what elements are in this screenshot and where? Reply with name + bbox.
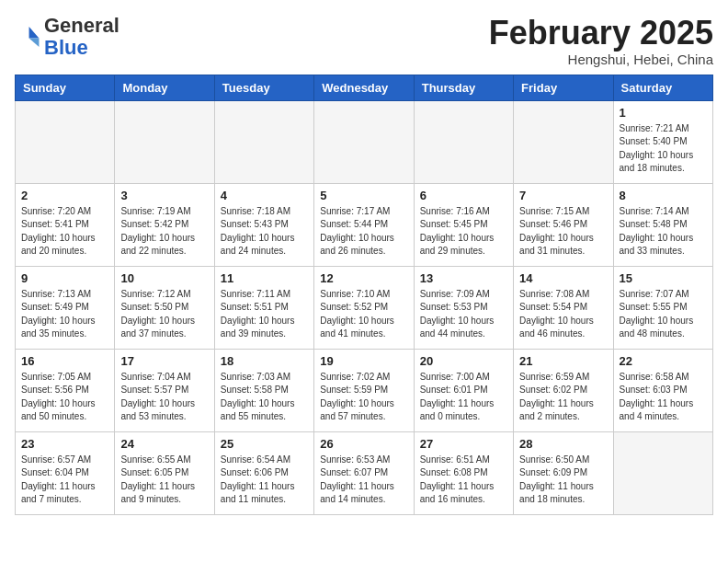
day-number: 23 — [21, 437, 108, 451]
day-number: 18 — [221, 354, 308, 368]
day-number: 17 — [120, 354, 208, 368]
calendar-cell: 16Sunrise: 7:05 AMSunset: 5:56 PMDayligh… — [16, 349, 115, 431]
calendar-cell — [115, 100, 214, 183]
header: General Blue February 2025 Hengshui, Heb… — [15, 15, 713, 67]
day-number: 11 — [221, 271, 308, 285]
calendar-cell: 4Sunrise: 7:18 AMSunset: 5:43 PMDaylight… — [214, 183, 313, 266]
logo-general: General — [44, 14, 119, 37]
calendar-cell: 2Sunrise: 7:20 AMSunset: 5:41 PMDaylight… — [16, 183, 115, 266]
day-info: Sunrise: 6:57 AMSunset: 6:04 PMDaylight:… — [21, 454, 108, 507]
week-row-3: 9Sunrise: 7:13 AMSunset: 5:49 PMDaylight… — [16, 266, 713, 349]
day-number: 12 — [320, 271, 407, 285]
weekday-header-monday: Monday — [115, 75, 214, 100]
svg-marker-0 — [29, 27, 40, 38]
day-info: Sunrise: 6:50 AMSunset: 6:09 PMDaylight:… — [519, 454, 607, 507]
day-info: Sunrise: 7:13 AMSunset: 5:49 PMDaylight:… — [21, 288, 108, 341]
calendar-cell: 22Sunrise: 6:58 AMSunset: 6:03 PMDayligh… — [613, 349, 712, 431]
calendar-cell: 10Sunrise: 7:12 AMSunset: 5:50 PMDayligh… — [115, 266, 214, 349]
logo-blue: Blue — [44, 36, 88, 59]
calendar-cell — [314, 100, 414, 183]
calendar-cell: 9Sunrise: 7:13 AMSunset: 5:49 PMDaylight… — [16, 266, 115, 349]
calendar-table: SundayMondayTuesdayWednesdayThursdayFrid… — [15, 75, 713, 515]
day-number: 2 — [21, 189, 108, 202]
day-info: Sunrise: 7:09 AMSunset: 5:53 PMDaylight:… — [420, 288, 507, 341]
week-row-1: 1Sunrise: 7:21 AMSunset: 5:40 PMDaylight… — [16, 100, 713, 183]
month-title: February 2025 — [489, 15, 713, 52]
weekday-header-row: SundayMondayTuesdayWednesdayThursdayFrid… — [16, 75, 713, 100]
calendar-cell: 7Sunrise: 7:15 AMSunset: 5:46 PMDaylight… — [514, 183, 613, 266]
calendar-cell — [613, 431, 712, 514]
calendar-cell: 26Sunrise: 6:53 AMSunset: 6:07 PMDayligh… — [314, 431, 414, 514]
day-number: 21 — [519, 354, 607, 368]
day-number: 9 — [21, 271, 108, 285]
day-number: 15 — [620, 271, 707, 285]
title-area: February 2025 Hengshui, Hebei, China — [489, 15, 713, 67]
logo-icon — [15, 24, 40, 50]
day-info: Sunrise: 7:10 AMSunset: 5:52 PMDaylight:… — [320, 288, 407, 341]
calendar-cell: 8Sunrise: 7:14 AMSunset: 5:48 PMDaylight… — [613, 183, 712, 266]
day-number: 14 — [519, 271, 607, 285]
day-info: Sunrise: 6:58 AMSunset: 6:03 PMDaylight:… — [620, 371, 707, 424]
day-number: 27 — [420, 437, 507, 451]
day-number: 13 — [420, 271, 507, 285]
calendar-cell: 14Sunrise: 7:08 AMSunset: 5:54 PMDayligh… — [514, 266, 613, 349]
day-info: Sunrise: 7:03 AMSunset: 5:58 PMDaylight:… — [221, 371, 308, 424]
day-info: Sunrise: 6:59 AMSunset: 6:02 PMDaylight:… — [519, 371, 607, 424]
week-row-4: 16Sunrise: 7:05 AMSunset: 5:56 PMDayligh… — [16, 349, 713, 431]
day-number: 1 — [620, 106, 707, 120]
logo-text: General Blue — [44, 15, 119, 59]
day-info: Sunrise: 7:18 AMSunset: 5:43 PMDaylight:… — [221, 205, 308, 259]
day-info: Sunrise: 6:51 AMSunset: 6:08 PMDaylight:… — [420, 454, 507, 507]
calendar-cell: 23Sunrise: 6:57 AMSunset: 6:04 PMDayligh… — [16, 431, 115, 514]
day-info: Sunrise: 6:53 AMSunset: 6:07 PMDaylight:… — [320, 454, 407, 507]
calendar-cell: 13Sunrise: 7:09 AMSunset: 5:53 PMDayligh… — [414, 266, 513, 349]
day-info: Sunrise: 7:16 AMSunset: 5:45 PMDaylight:… — [420, 205, 507, 259]
day-number: 28 — [519, 437, 607, 451]
weekday-header-tuesday: Tuesday — [214, 75, 313, 100]
day-number: 10 — [120, 271, 208, 285]
calendar-cell: 3Sunrise: 7:19 AMSunset: 5:42 PMDaylight… — [115, 183, 214, 266]
day-info: Sunrise: 7:07 AMSunset: 5:55 PMDaylight:… — [620, 288, 707, 341]
calendar-cell — [16, 100, 115, 183]
day-info: Sunrise: 7:12 AMSunset: 5:50 PMDaylight:… — [120, 288, 208, 341]
day-number: 7 — [519, 189, 607, 202]
calendar-cell — [514, 100, 613, 183]
day-info: Sunrise: 7:14 AMSunset: 5:48 PMDaylight:… — [620, 205, 707, 259]
calendar-cell: 24Sunrise: 6:55 AMSunset: 6:05 PMDayligh… — [115, 431, 214, 514]
weekday-header-friday: Friday — [514, 75, 613, 100]
calendar-cell: 19Sunrise: 7:02 AMSunset: 5:59 PMDayligh… — [314, 349, 414, 431]
day-info: Sunrise: 7:19 AMSunset: 5:42 PMDaylight:… — [120, 205, 208, 259]
calendar-cell: 1Sunrise: 7:21 AMSunset: 5:40 PMDaylight… — [613, 100, 712, 183]
calendar-cell: 5Sunrise: 7:17 AMSunset: 5:44 PMDaylight… — [314, 183, 414, 266]
day-info: Sunrise: 7:15 AMSunset: 5:46 PMDaylight:… — [519, 205, 607, 259]
day-info: Sunrise: 7:11 AMSunset: 5:51 PMDaylight:… — [221, 288, 308, 341]
week-row-5: 23Sunrise: 6:57 AMSunset: 6:04 PMDayligh… — [16, 431, 713, 514]
location-subtitle: Hengshui, Hebei, China — [489, 52, 713, 67]
day-number: 4 — [221, 189, 308, 202]
day-info: Sunrise: 7:08 AMSunset: 5:54 PMDaylight:… — [519, 288, 607, 341]
calendar-cell: 21Sunrise: 6:59 AMSunset: 6:02 PMDayligh… — [514, 349, 613, 431]
calendar-cell: 15Sunrise: 7:07 AMSunset: 5:55 PMDayligh… — [613, 266, 712, 349]
svg-marker-1 — [29, 39, 40, 47]
day-number: 19 — [320, 354, 407, 368]
day-number: 6 — [420, 189, 507, 202]
week-row-2: 2Sunrise: 7:20 AMSunset: 5:41 PMDaylight… — [16, 183, 713, 266]
day-info: Sunrise: 7:04 AMSunset: 5:57 PMDaylight:… — [120, 371, 208, 424]
day-info: Sunrise: 7:02 AMSunset: 5:59 PMDaylight:… — [320, 371, 407, 424]
day-number: 8 — [620, 189, 707, 202]
day-info: Sunrise: 7:00 AMSunset: 6:01 PMDaylight:… — [420, 371, 507, 424]
weekday-header-wednesday: Wednesday — [314, 75, 414, 100]
weekday-header-saturday: Saturday — [613, 75, 712, 100]
calendar-cell: 28Sunrise: 6:50 AMSunset: 6:09 PMDayligh… — [514, 431, 613, 514]
day-info: Sunrise: 7:21 AMSunset: 5:40 PMDaylight:… — [620, 122, 707, 176]
day-info: Sunrise: 6:54 AMSunset: 6:06 PMDaylight:… — [221, 454, 308, 507]
weekday-header-sunday: Sunday — [16, 75, 115, 100]
calendar-cell: 20Sunrise: 7:00 AMSunset: 6:01 PMDayligh… — [414, 349, 513, 431]
day-number: 26 — [320, 437, 407, 451]
calendar-cell: 12Sunrise: 7:10 AMSunset: 5:52 PMDayligh… — [314, 266, 414, 349]
day-number: 25 — [221, 437, 308, 451]
logo: General Blue — [15, 15, 119, 59]
day-info: Sunrise: 7:20 AMSunset: 5:41 PMDaylight:… — [21, 205, 108, 259]
day-info: Sunrise: 7:05 AMSunset: 5:56 PMDaylight:… — [21, 371, 108, 424]
calendar-cell: 25Sunrise: 6:54 AMSunset: 6:06 PMDayligh… — [214, 431, 313, 514]
